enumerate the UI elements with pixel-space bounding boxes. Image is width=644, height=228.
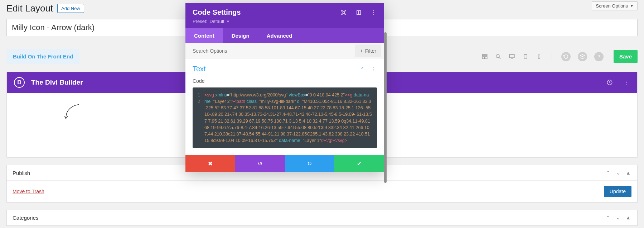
modal-tabs: ContentDesignAdvanced xyxy=(185,28,384,43)
svg-rect-11 xyxy=(343,11,344,13)
svg-point-3 xyxy=(496,54,499,58)
redo-icon: ↻ xyxy=(307,160,312,167)
tab-advanced[interactable]: Advanced xyxy=(258,28,301,43)
code-editor[interactable]: 12 <svg xmlns="http://www.w3.org/2000/sv… xyxy=(193,87,377,148)
chevron-up-icon[interactable]: ⌃ xyxy=(605,214,611,221)
save-button[interactable]: Save xyxy=(614,50,638,63)
update-button[interactable]: Update xyxy=(604,186,631,197)
snap-icon[interactable] xyxy=(355,9,362,16)
close-icon: ✖ xyxy=(208,160,213,167)
divi-logo-icon: D xyxy=(14,77,25,88)
svg-marker-9 xyxy=(580,54,585,57)
filter-label: Filter xyxy=(365,48,376,54)
collapse-icon[interactable]: ⌃ xyxy=(359,66,365,72)
modal-title: Code Settings xyxy=(193,8,241,16)
tablet-icon[interactable] xyxy=(522,53,529,60)
filter-button[interactable]: + Filter xyxy=(355,44,381,57)
separator xyxy=(552,52,552,61)
search-options-input[interactable] xyxy=(185,44,352,58)
chevron-up-icon[interactable]: ⌃ xyxy=(605,170,611,176)
undo-icon: ↺ xyxy=(258,160,262,167)
add-new-button[interactable]: Add New xyxy=(57,4,84,13)
help-icon[interactable]: ? xyxy=(594,52,604,61)
tab-design[interactable]: Design xyxy=(223,28,258,43)
clock-icon[interactable] xyxy=(606,79,613,86)
svg-rect-1 xyxy=(482,57,484,59)
text-section-heading[interactable]: Text xyxy=(193,65,206,73)
scrollbar-thumb[interactable] xyxy=(384,32,387,183)
publish-heading: Publish xyxy=(13,170,30,176)
categories-heading: Categories xyxy=(13,215,39,221)
categories-metabox: Categories ⌃ ⌄ ▲ xyxy=(6,210,638,226)
svg-rect-0 xyxy=(482,54,487,56)
history-icon[interactable] xyxy=(561,52,571,61)
plus-icon: + xyxy=(360,48,363,54)
caret-up-icon[interactable]: ▲ xyxy=(625,170,631,176)
expand-icon[interactable] xyxy=(340,9,347,16)
code-settings-modal: Code Settings ⋮ Preset: Default ▼ Conten… xyxy=(185,3,384,172)
page-title: Edit Layout xyxy=(6,3,53,14)
chevron-down-icon[interactable]: ⌄ xyxy=(615,170,621,176)
screen-options-label: Screen Options xyxy=(596,3,628,9)
builder-toolbar: ? Save xyxy=(481,50,638,63)
check-icon: ✔ xyxy=(357,160,362,167)
undo-button[interactable]: ↺ xyxy=(235,155,285,172)
kebab-icon[interactable]: ⋮ xyxy=(624,79,630,86)
caret-down-icon: ▼ xyxy=(226,20,229,23)
move-to-trash-link[interactable]: Move to Trash xyxy=(13,189,44,194)
tab-content[interactable]: Content xyxy=(185,28,223,43)
cancel-button[interactable]: ✖ xyxy=(185,155,235,172)
confirm-button[interactable]: ✔ xyxy=(334,155,384,172)
screen-options-toggle[interactable]: Screen Options ▼ xyxy=(592,1,638,10)
code-field-label: Code xyxy=(193,78,377,84)
kebab-icon[interactable]: ⋮ xyxy=(371,9,377,16)
svg-rect-7 xyxy=(524,54,527,59)
svg-rect-5 xyxy=(509,54,514,58)
svg-rect-8 xyxy=(538,54,540,58)
svg-rect-12 xyxy=(357,10,359,14)
kebab-icon[interactable]: ⋮ xyxy=(371,66,377,72)
svg-rect-13 xyxy=(359,10,361,14)
zoom-icon[interactable] xyxy=(495,53,502,60)
phone-icon[interactable] xyxy=(536,53,542,60)
wireframe-icon[interactable] xyxy=(481,53,488,60)
caret-down-icon: ▼ xyxy=(630,4,634,8)
desktop-icon[interactable] xyxy=(509,53,515,60)
svg-rect-2 xyxy=(485,57,487,59)
build-front-end-button[interactable]: Build On The Front End xyxy=(6,49,79,64)
preset-label: Preset: xyxy=(193,19,207,24)
svg-line-4 xyxy=(499,57,500,59)
preset-value: Default xyxy=(209,19,224,24)
caret-up-icon[interactable]: ▲ xyxy=(625,214,631,221)
divi-builder-title: The Divi Builder xyxy=(31,79,83,86)
preset-selector[interactable]: Preset: Default ▼ xyxy=(193,19,377,24)
layers-icon[interactable] xyxy=(578,52,587,61)
redo-button[interactable]: ↻ xyxy=(285,155,335,172)
chevron-down-icon[interactable]: ⌄ xyxy=(615,214,621,221)
